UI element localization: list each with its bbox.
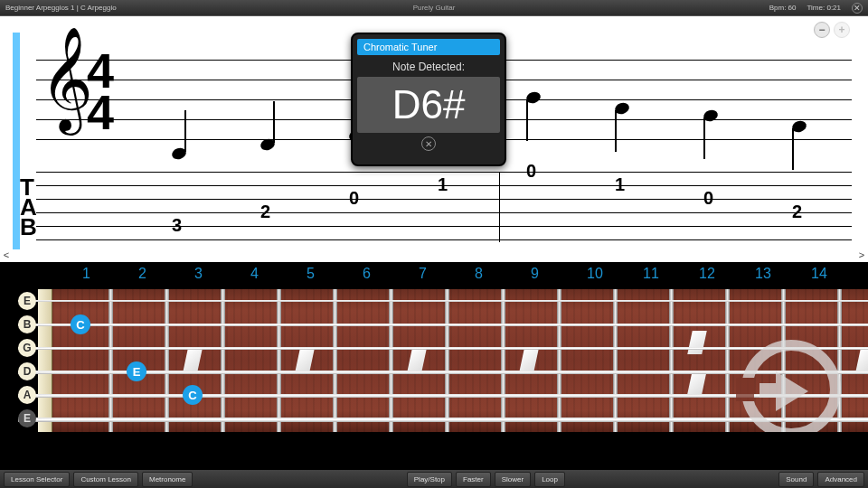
fret-number: 7 <box>419 266 427 282</box>
fret-number: 3 <box>194 266 203 282</box>
fret-number: 11 <box>643 266 659 282</box>
tuner-close-button[interactable]: ✕ <box>421 136 436 151</box>
fret-number: 12 <box>699 266 715 282</box>
bpm-label: Bpm: 60 <box>769 4 797 12</box>
fret-number: 4 <box>250 266 259 282</box>
guitar-string[interactable] <box>18 347 868 350</box>
tuner-note-value: D6# <box>357 77 500 133</box>
note-stem <box>526 99 528 141</box>
tab-number: 2 <box>260 202 270 222</box>
tablature-staff: T A B 32010102 <box>36 172 852 242</box>
note-stem <box>184 110 186 152</box>
guitar-string[interactable] <box>18 324 868 326</box>
time-signature: 4 4 <box>87 51 114 134</box>
open-string-label: D <box>18 362 36 380</box>
fret-number: 13 <box>755 266 771 282</box>
fret-number: 6 <box>363 266 371 282</box>
note-stem <box>792 128 794 170</box>
tab-number: 3 <box>172 215 182 236</box>
tab-number: 2 <box>792 202 802 222</box>
open-string-label: A <box>18 386 36 404</box>
tab-number: 0 <box>349 188 359 209</box>
slower-button[interactable]: Slower <box>495 472 531 487</box>
fret <box>557 289 561 432</box>
note-stem <box>703 117 705 159</box>
guitar-string[interactable] <box>18 300 868 302</box>
note-stem <box>615 110 617 152</box>
open-string-label: E <box>18 292 36 310</box>
tab-number: 0 <box>526 161 536 182</box>
fret-number: 2 <box>138 266 146 282</box>
close-button[interactable]: ✕ <box>852 3 863 14</box>
fretboard-area: 123456789101112131415 EBGDAE CEC <box>0 262 868 470</box>
open-string-label: G <box>18 339 36 357</box>
app-brand: Purely Guitar <box>413 4 456 12</box>
finger-marker: C <box>183 385 203 405</box>
finger-marker: C <box>71 314 90 334</box>
advanced-button[interactable]: Advanced <box>817 472 864 487</box>
tab-number: 1 <box>438 174 448 195</box>
open-string-label: B <box>18 315 36 333</box>
tab-number: 1 <box>615 174 625 195</box>
lesson-title: Beginner Arpeggios 1 | C Arpeggio <box>5 4 769 12</box>
lesson-selector-button[interactable]: Lesson Selector <box>4 472 70 487</box>
sound-button[interactable]: Sound <box>778 472 814 487</box>
treble-clef-icon: 𝄞 <box>40 34 93 125</box>
fret <box>221 289 225 432</box>
fret-numbers-row: 123456789101112131415 <box>42 266 868 284</box>
tuner-header: Chromatic Tuner <box>357 39 500 55</box>
loop-button[interactable]: Loop <box>534 472 565 487</box>
fret-number: 5 <box>307 266 315 282</box>
faster-button[interactable]: Faster <box>456 472 491 487</box>
fret <box>501 289 505 432</box>
score-area: < − + 𝄞 4 4 <box>0 16 868 262</box>
fret-number: 1 <box>82 266 90 282</box>
scroll-left-button[interactable]: < <box>0 16 13 262</box>
open-string-label: E <box>18 409 36 427</box>
metronome-button[interactable]: Metronome <box>142 472 193 487</box>
tuner-detected-label: Note Detected: <box>353 61 505 73</box>
tab-number: 0 <box>703 188 713 209</box>
nut <box>38 289 52 432</box>
fret-number: 10 <box>587 266 603 282</box>
fret <box>725 289 730 432</box>
fret <box>669 289 674 432</box>
tab-barline <box>499 172 500 242</box>
fretboard[interactable]: EBGDAE CEC <box>18 289 868 432</box>
fret-number: 14 <box>811 266 827 282</box>
fret-number: 8 <box>475 266 483 282</box>
fret <box>165 289 169 432</box>
finger-marker: E <box>127 361 146 381</box>
tab-label: T A B <box>20 177 37 237</box>
fret <box>445 289 449 432</box>
zoom-out-button[interactable]: − <box>814 22 830 38</box>
fret <box>389 289 393 432</box>
fret <box>108 289 113 432</box>
bottom-toolbar: Lesson Selector Custom Lesson Metronome … <box>0 470 868 488</box>
fret <box>277 289 281 432</box>
fret <box>333 289 337 432</box>
fret <box>613 289 618 432</box>
guitar-string[interactable] <box>18 418 868 422</box>
fret-number: 9 <box>531 266 539 282</box>
playhead-marker <box>13 33 20 249</box>
note-stem <box>273 101 275 143</box>
top-bar: Beginner Arpeggios 1 | C Arpeggio Purely… <box>0 0 868 16</box>
scroll-right-button[interactable]: > <box>855 16 868 262</box>
replay-overlay-icon[interactable] <box>741 340 841 432</box>
time-label: Time: 0:21 <box>807 4 842 12</box>
custom-lesson-button[interactable]: Custom Lesson <box>73 472 138 487</box>
play-stop-button[interactable]: Play/Stop <box>407 472 452 487</box>
chromatic-tuner-panel[interactable]: Chromatic Tuner Note Detected: D6# ✕ <box>351 33 506 166</box>
zoom-in-button[interactable]: + <box>834 22 850 38</box>
